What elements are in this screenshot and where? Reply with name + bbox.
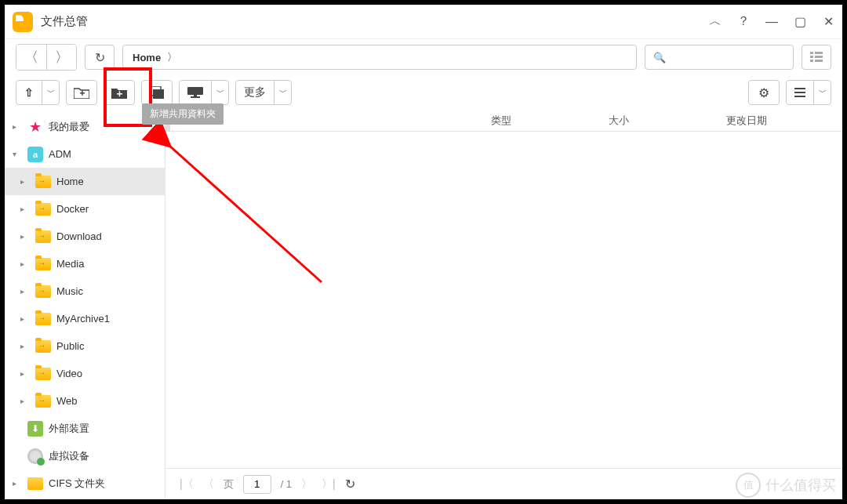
breadcrumb-item: Home bbox=[133, 52, 161, 63]
virtual-device-icon bbox=[27, 448, 43, 464]
upload-button[interactable]: ⇧ ﹀ bbox=[16, 80, 60, 105]
close-button[interactable]: ✕ bbox=[822, 16, 834, 28]
sidebar-folder-music[interactable]: ▸ Music bbox=[5, 277, 165, 305]
tree-label: Home bbox=[56, 176, 84, 187]
sidebar-folder-docker[interactable]: ▸ Docker bbox=[5, 195, 165, 223]
caret-right-icon: ▸ bbox=[20, 342, 30, 350]
column-size[interactable]: 大小 bbox=[599, 114, 717, 128]
tooltip: 新增共用資料夾 bbox=[142, 103, 224, 125]
chevron-down-icon[interactable]: ﹀ bbox=[42, 81, 59, 104]
sidebar-folder-media[interactable]: ▸ Media bbox=[5, 250, 165, 277]
sidebar-folder-web[interactable]: ▸ Web bbox=[5, 387, 165, 415]
column-date[interactable]: 更改日期 bbox=[717, 114, 842, 128]
page-total: / 1 bbox=[281, 478, 292, 490]
folder-icon bbox=[35, 285, 51, 298]
view-toggle-button[interactable] bbox=[802, 45, 831, 70]
tree-label: CIFS 文件夹 bbox=[49, 477, 105, 491]
tree-label: Web bbox=[56, 395, 78, 407]
settings-button[interactable]: ⚙ bbox=[748, 80, 780, 105]
next-page-button[interactable]: 〉 bbox=[301, 477, 312, 491]
svg-rect-0 bbox=[810, 52, 813, 54]
column-type[interactable]: 类型 bbox=[482, 114, 599, 128]
svg-rect-14 bbox=[191, 96, 200, 98]
chevron-down-icon[interactable]: ﹀ bbox=[274, 81, 291, 104]
sidebar: ▸ ★ 我的最爱 ▾ a ADM ▸ Home ▸ Docker ▸ bbox=[5, 110, 165, 499]
svg-rect-1 bbox=[815, 52, 823, 54]
tree-label: 我的最爱 bbox=[49, 120, 89, 134]
pagination: |〈 〈 页 / 1 〉 〉| ↻ bbox=[165, 468, 842, 499]
breadcrumb[interactable]: Home 〉 bbox=[122, 45, 637, 70]
list-view-button[interactable]: ﹀ bbox=[786, 80, 831, 105]
file-list bbox=[165, 132, 842, 468]
upload-icon: ⇧ bbox=[24, 86, 34, 99]
refresh-button[interactable]: ↻ bbox=[85, 45, 115, 70]
sidebar-favorites[interactable]: ▸ ★ 我的最爱 bbox=[5, 113, 165, 140]
caret-right-icon: ▸ bbox=[20, 397, 30, 405]
caret-down-icon: ▾ bbox=[13, 150, 22, 158]
svg-rect-5 bbox=[815, 60, 823, 62]
column-headers: 类型 大小 更改日期 bbox=[165, 110, 842, 132]
svg-rect-13 bbox=[194, 95, 197, 96]
svg-rect-4 bbox=[810, 60, 813, 62]
folder-icon bbox=[35, 176, 51, 188]
gear-icon: ⚙ bbox=[758, 85, 769, 100]
svg-rect-11 bbox=[153, 89, 164, 99]
caret-right-icon: ▸ bbox=[20, 259, 30, 268]
folder-icon bbox=[35, 258, 51, 270]
page-label: 页 bbox=[224, 477, 234, 491]
prev-page-button[interactable]: 〈 bbox=[203, 477, 214, 491]
refresh-page-button[interactable]: ↻ bbox=[345, 477, 355, 491]
last-page-button[interactable]: 〉| bbox=[322, 477, 336, 491]
back-button[interactable]: 〈 bbox=[16, 45, 46, 70]
sidebar-folder-video[interactable]: ▸ Video bbox=[5, 360, 165, 387]
tree-label: Public bbox=[56, 340, 84, 352]
sidebar-cifs[interactable]: ▸ CIFS 文件夹 bbox=[5, 470, 165, 497]
sidebar-folder-download[interactable]: ▸ Download bbox=[5, 223, 165, 250]
svg-rect-12 bbox=[187, 87, 203, 95]
more-label: 更多 bbox=[236, 81, 274, 104]
folder-icon bbox=[35, 368, 51, 380]
tree-label: Music bbox=[56, 285, 83, 297]
sidebar-adm[interactable]: ▾ a ADM bbox=[5, 140, 165, 168]
help-icon[interactable]: ？ bbox=[737, 16, 750, 28]
tree-label: Media bbox=[56, 258, 84, 270]
adm-icon: a bbox=[27, 147, 43, 162]
folder-icon bbox=[35, 203, 51, 216]
first-page-button[interactable]: |〈 bbox=[180, 477, 194, 491]
network-button[interactable]: ﹀ bbox=[179, 80, 229, 105]
new-folder-button[interactable] bbox=[66, 80, 97, 105]
forward-button[interactable]: 〉 bbox=[46, 45, 76, 70]
folder-icon bbox=[35, 340, 51, 353]
new-shared-folder-button[interactable] bbox=[104, 80, 135, 105]
tree-label: 虚拟设备 bbox=[49, 449, 89, 463]
chevron-right-icon: 〉 bbox=[167, 50, 177, 64]
chevron-down-icon[interactable]: ﹀ bbox=[813, 81, 831, 104]
page-input[interactable] bbox=[243, 475, 271, 494]
external-device-icon: ⬇ bbox=[27, 421, 43, 437]
caret-right-icon: ▸ bbox=[13, 122, 22, 131]
sidebar-virtual[interactable]: 虚拟设备 bbox=[5, 442, 165, 470]
chevron-up-icon[interactable]: ︿ bbox=[709, 16, 722, 28]
caret-right-icon: ▸ bbox=[13, 479, 22, 488]
svg-rect-7 bbox=[82, 91, 83, 96]
svg-rect-3 bbox=[815, 56, 823, 58]
window-title: 文件总管 bbox=[41, 14, 709, 29]
svg-rect-15 bbox=[794, 88, 805, 89]
folder-icon bbox=[27, 477, 43, 490]
maximize-button[interactable]: ▢ bbox=[794, 16, 806, 28]
folder-icon bbox=[35, 395, 51, 408]
sidebar-folder-home[interactable]: ▸ Home bbox=[5, 168, 165, 195]
sidebar-folder-public[interactable]: ▸ Public bbox=[5, 332, 165, 360]
minimize-button[interactable]: — bbox=[765, 16, 778, 28]
more-button[interactable]: 更多 ﹀ bbox=[235, 80, 292, 105]
svg-rect-16 bbox=[794, 92, 805, 93]
sidebar-external[interactable]: ⬇ 外部装置 bbox=[5, 415, 165, 442]
chevron-down-icon[interactable]: ﹀ bbox=[211, 81, 228, 104]
sidebar-folder-myarchive1[interactable]: ▸ MyArchive1 bbox=[5, 305, 165, 332]
caret-right-icon: ▸ bbox=[20, 232, 30, 241]
tree-label: ADM bbox=[49, 148, 71, 160]
caret-right-icon: ▸ bbox=[20, 205, 30, 213]
search-input[interactable]: 🔍 bbox=[645, 45, 794, 70]
folder-icon bbox=[35, 313, 51, 325]
select-all-button[interactable] bbox=[141, 80, 173, 105]
